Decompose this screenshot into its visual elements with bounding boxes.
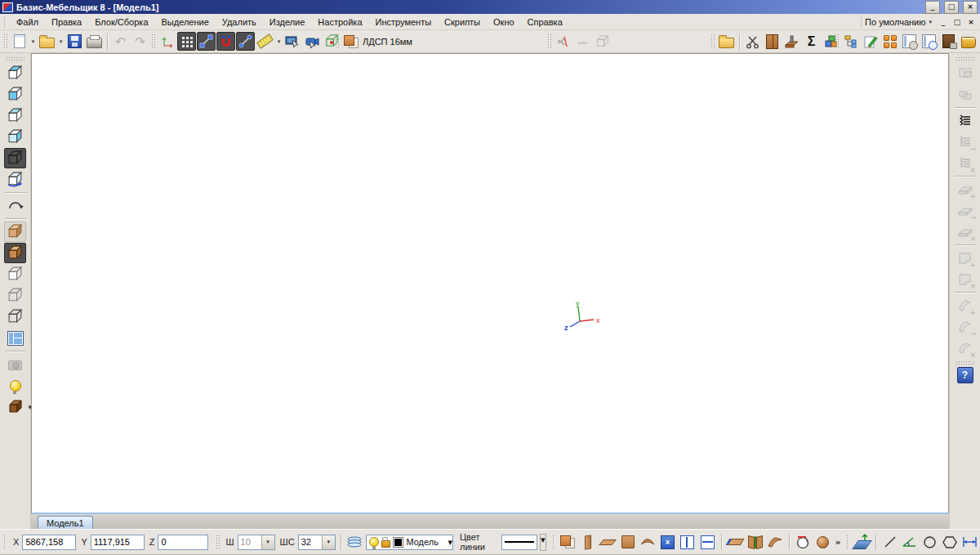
toolbar-grip[interactable] (956, 56, 975, 60)
minimize-button[interactable]: _ (925, 1, 940, 14)
view-top-button[interactable] (4, 105, 26, 126)
line-style-selector[interactable] (501, 535, 537, 550)
toolbar-grip[interactable] (547, 34, 551, 49)
snap-magnet-button[interactable] (216, 32, 235, 51)
chevron-down-icon[interactable]: ▾ (322, 535, 335, 549)
print-button[interactable] (85, 32, 104, 51)
create-panel-button[interactable] (559, 531, 577, 553)
folded-panel-button[interactable] (746, 531, 764, 553)
curved-panel-button[interactable] (639, 531, 656, 553)
menu-scripts[interactable]: Скрипты (438, 16, 487, 28)
menu-product[interactable]: Изделие (263, 16, 312, 28)
drilling-button[interactable] (782, 32, 801, 51)
new-document-dropdown[interactable]: ▾ (29, 32, 37, 51)
dimension-tool-button[interactable] (961, 531, 978, 553)
cut-list-button[interactable] (743, 32, 762, 51)
menu-window[interactable]: Окно (487, 16, 521, 28)
menu-selection[interactable]: Выделение (155, 16, 216, 28)
toolbar-grip[interactable] (216, 535, 219, 550)
menu-file[interactable]: Файл (10, 16, 45, 28)
horizontal-panel-button[interactable] (599, 531, 616, 553)
toolbar-grip[interactable] (835, 34, 839, 49)
menu-settings[interactable]: Настройка (311, 16, 368, 28)
profile-selector[interactable]: По умолчанию ▾ (861, 17, 935, 27)
edge-band-button[interactable] (954, 110, 976, 131)
display-outline-button[interactable] (4, 307, 26, 327)
display-shaded-button[interactable] (4, 243, 26, 263)
chevron-down-icon[interactable]: ▾ (540, 534, 546, 551)
tab-model1[interactable]: Модель1 (38, 516, 93, 529)
display-textured-button[interactable] (4, 222, 26, 242)
local-axes-button[interactable] (158, 32, 176, 51)
layer-color-swatch[interactable] (393, 537, 403, 548)
view-back-button[interactable] (4, 63, 26, 83)
polygon-tool-button[interactable] (941, 531, 958, 553)
toolbar-grip[interactable] (6, 56, 25, 60)
edge-panel-button[interactable] (727, 531, 744, 553)
grid-toggle-button[interactable] (177, 32, 196, 51)
font-width-combo[interactable]: 32 ▾ (298, 535, 336, 550)
horizontal-divider-button[interactable] (698, 531, 715, 553)
sphere-button[interactable] (814, 531, 831, 553)
cabinet-button[interactable] (763, 32, 782, 51)
circle-tool-button[interactable] (921, 531, 938, 553)
menu-delete[interactable]: Удалить (216, 16, 263, 28)
view-rotate3d-button[interactable] (4, 169, 26, 190)
summary-button[interactable]: Σ (802, 32, 821, 51)
select-panel-button[interactable] (283, 32, 302, 51)
viewport-layout-button[interactable] (4, 328, 26, 348)
save-button[interactable] (65, 32, 84, 51)
toolbar-grip[interactable] (710, 34, 715, 49)
child-close-button[interactable]: × (965, 16, 977, 27)
child-restore-button[interactable]: □ (951, 16, 963, 27)
project-folder-button[interactable] (717, 32, 736, 51)
menu-help[interactable]: Справка (521, 16, 569, 28)
restore-button[interactable]: □ (944, 1, 959, 14)
toolbar-grip[interactable] (552, 535, 555, 550)
z-coordinate-input[interactable] (158, 535, 208, 550)
toolbar-grip[interactable] (956, 360, 975, 365)
display-wireframe-button[interactable] (4, 285, 26, 306)
toolbar-grip[interactable] (335, 34, 339, 49)
view-front-button[interactable] (4, 84, 26, 105)
line-tool-button[interactable] (881, 531, 898, 553)
menu-edit[interactable]: Правка (45, 16, 88, 28)
display-hidden-lines-button[interactable] (4, 264, 26, 284)
menu-tools[interactable]: Инструменты (369, 16, 439, 28)
open-dropdown[interactable]: ▾ (57, 32, 65, 51)
layers-button[interactable] (345, 531, 363, 553)
toolbar-grip[interactable] (846, 535, 849, 550)
toolbar-grip[interactable] (151, 34, 155, 49)
menubar-grip[interactable] (3, 16, 7, 28)
find-button[interactable] (920, 32, 938, 51)
history-button[interactable] (900, 32, 919, 51)
measure-dropdown[interactable]: ▾ (275, 32, 283, 51)
layer-selector[interactable]: Модель ▾ (366, 535, 453, 550)
material-button[interactable] (341, 32, 360, 51)
structure-tree-button[interactable] (841, 32, 860, 51)
select-camera-button[interactable] (303, 32, 322, 51)
edit-properties-button[interactable] (861, 32, 880, 51)
toolbar-grip[interactable] (3, 535, 7, 550)
rotate-view-button[interactable] (4, 195, 26, 216)
y-coordinate-input[interactable] (91, 535, 145, 550)
toolbar-grip[interactable] (3, 34, 7, 49)
vertical-divider-button[interactable] (679, 531, 696, 553)
bulb-icon[interactable] (369, 537, 379, 547)
materials-button[interactable]: ▾ (4, 396, 26, 417)
circular-cut-button[interactable] (795, 531, 812, 553)
x-coordinate-input[interactable] (22, 535, 76, 550)
vertical-panel-button[interactable] (579, 531, 596, 553)
toolbar-overflow-button[interactable]: » (835, 537, 841, 548)
cross-section-button[interactable]: × (659, 531, 676, 553)
work-plane-button[interactable] (853, 531, 871, 553)
angle-tool-button[interactable] (901, 531, 918, 553)
snap-line-button[interactable] (236, 32, 255, 51)
menu-block-assembly[interactable]: Блок/Сборка (88, 16, 154, 28)
frontal-panel-button[interactable] (619, 531, 636, 553)
view-wireframe-button[interactable] (4, 148, 26, 168)
bent-panel-button[interactable] (766, 531, 783, 553)
lock-icon[interactable] (381, 540, 390, 548)
archive-button[interactable] (939, 32, 958, 51)
measure-button[interactable] (256, 32, 274, 51)
